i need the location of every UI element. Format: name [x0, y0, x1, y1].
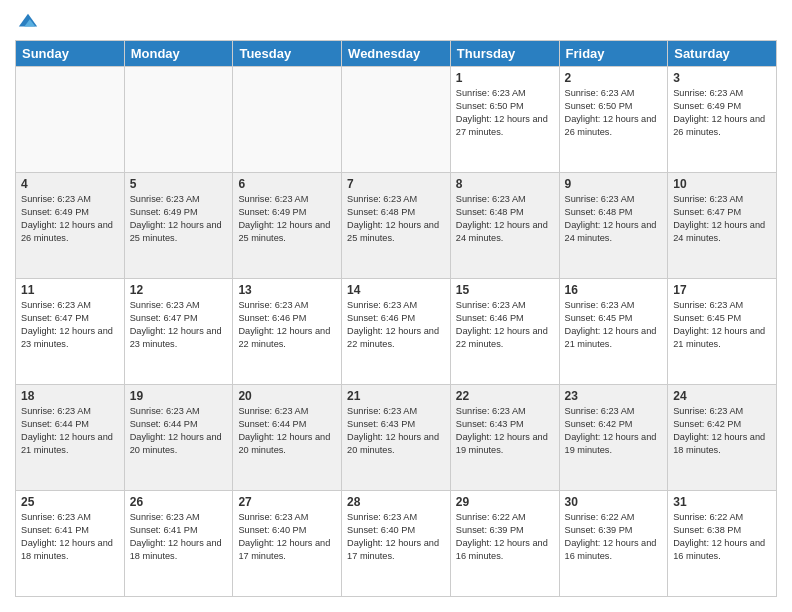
day-number: 18: [21, 389, 119, 403]
day-number: 11: [21, 283, 119, 297]
calendar-cell: 13Sunrise: 6:23 AM Sunset: 6:46 PM Dayli…: [233, 279, 342, 385]
calendar-cell: [233, 67, 342, 173]
day-number: 27: [238, 495, 336, 509]
day-number: 16: [565, 283, 663, 297]
calendar-cell: 14Sunrise: 6:23 AM Sunset: 6:46 PM Dayli…: [342, 279, 451, 385]
week-row-3: 18Sunrise: 6:23 AM Sunset: 6:44 PM Dayli…: [16, 385, 777, 491]
calendar-cell: 6Sunrise: 6:23 AM Sunset: 6:49 PM Daylig…: [233, 173, 342, 279]
day-info: Sunrise: 6:23 AM Sunset: 6:42 PM Dayligh…: [565, 405, 663, 457]
page: SundayMondayTuesdayWednesdayThursdayFrid…: [0, 0, 792, 612]
day-info: Sunrise: 6:23 AM Sunset: 6:40 PM Dayligh…: [238, 511, 336, 563]
header: [15, 10, 777, 32]
week-row-2: 11Sunrise: 6:23 AM Sunset: 6:47 PM Dayli…: [16, 279, 777, 385]
calendar-cell: 21Sunrise: 6:23 AM Sunset: 6:43 PM Dayli…: [342, 385, 451, 491]
day-info: Sunrise: 6:23 AM Sunset: 6:44 PM Dayligh…: [130, 405, 228, 457]
day-info: Sunrise: 6:23 AM Sunset: 6:43 PM Dayligh…: [456, 405, 554, 457]
day-info: Sunrise: 6:23 AM Sunset: 6:49 PM Dayligh…: [130, 193, 228, 245]
calendar-cell: 4Sunrise: 6:23 AM Sunset: 6:49 PM Daylig…: [16, 173, 125, 279]
day-info: Sunrise: 6:23 AM Sunset: 6:50 PM Dayligh…: [565, 87, 663, 139]
calendar-cell: 28Sunrise: 6:23 AM Sunset: 6:40 PM Dayli…: [342, 491, 451, 597]
day-info: Sunrise: 6:22 AM Sunset: 6:38 PM Dayligh…: [673, 511, 771, 563]
weekday-header-thursday: Thursday: [450, 41, 559, 67]
day-info: Sunrise: 6:23 AM Sunset: 6:44 PM Dayligh…: [21, 405, 119, 457]
day-info: Sunrise: 6:23 AM Sunset: 6:47 PM Dayligh…: [130, 299, 228, 351]
calendar-cell: 26Sunrise: 6:23 AM Sunset: 6:41 PM Dayli…: [124, 491, 233, 597]
day-info: Sunrise: 6:23 AM Sunset: 6:44 PM Dayligh…: [238, 405, 336, 457]
day-number: 14: [347, 283, 445, 297]
weekday-header-tuesday: Tuesday: [233, 41, 342, 67]
day-number: 26: [130, 495, 228, 509]
weekday-header-wednesday: Wednesday: [342, 41, 451, 67]
calendar-cell: 25Sunrise: 6:23 AM Sunset: 6:41 PM Dayli…: [16, 491, 125, 597]
day-number: 3: [673, 71, 771, 85]
weekday-header-row: SundayMondayTuesdayWednesdayThursdayFrid…: [16, 41, 777, 67]
day-info: Sunrise: 6:23 AM Sunset: 6:48 PM Dayligh…: [456, 193, 554, 245]
calendar-cell: 30Sunrise: 6:22 AM Sunset: 6:39 PM Dayli…: [559, 491, 668, 597]
day-number: 10: [673, 177, 771, 191]
day-info: Sunrise: 6:23 AM Sunset: 6:47 PM Dayligh…: [21, 299, 119, 351]
logo: [15, 10, 39, 32]
day-info: Sunrise: 6:23 AM Sunset: 6:45 PM Dayligh…: [565, 299, 663, 351]
calendar-table: SundayMondayTuesdayWednesdayThursdayFrid…: [15, 40, 777, 597]
weekday-header-sunday: Sunday: [16, 41, 125, 67]
calendar-cell: 12Sunrise: 6:23 AM Sunset: 6:47 PM Dayli…: [124, 279, 233, 385]
day-number: 25: [21, 495, 119, 509]
calendar-cell: 3Sunrise: 6:23 AM Sunset: 6:49 PM Daylig…: [668, 67, 777, 173]
day-number: 13: [238, 283, 336, 297]
weekday-header-monday: Monday: [124, 41, 233, 67]
calendar-cell: 8Sunrise: 6:23 AM Sunset: 6:48 PM Daylig…: [450, 173, 559, 279]
day-number: 20: [238, 389, 336, 403]
calendar-cell: 20Sunrise: 6:23 AM Sunset: 6:44 PM Dayli…: [233, 385, 342, 491]
day-number: 9: [565, 177, 663, 191]
calendar-cell: [16, 67, 125, 173]
calendar-cell: 19Sunrise: 6:23 AM Sunset: 6:44 PM Dayli…: [124, 385, 233, 491]
day-info: Sunrise: 6:23 AM Sunset: 6:46 PM Dayligh…: [456, 299, 554, 351]
calendar-cell: 31Sunrise: 6:22 AM Sunset: 6:38 PM Dayli…: [668, 491, 777, 597]
day-number: 4: [21, 177, 119, 191]
day-info: Sunrise: 6:23 AM Sunset: 6:43 PM Dayligh…: [347, 405, 445, 457]
day-number: 19: [130, 389, 228, 403]
calendar-cell: [124, 67, 233, 173]
day-number: 1: [456, 71, 554, 85]
day-number: 28: [347, 495, 445, 509]
calendar-cell: 15Sunrise: 6:23 AM Sunset: 6:46 PM Dayli…: [450, 279, 559, 385]
day-number: 7: [347, 177, 445, 191]
calendar-cell: 16Sunrise: 6:23 AM Sunset: 6:45 PM Dayli…: [559, 279, 668, 385]
day-info: Sunrise: 6:23 AM Sunset: 6:47 PM Dayligh…: [673, 193, 771, 245]
day-info: Sunrise: 6:23 AM Sunset: 6:46 PM Dayligh…: [347, 299, 445, 351]
day-info: Sunrise: 6:23 AM Sunset: 6:49 PM Dayligh…: [21, 193, 119, 245]
day-number: 2: [565, 71, 663, 85]
day-info: Sunrise: 6:23 AM Sunset: 6:49 PM Dayligh…: [238, 193, 336, 245]
weekday-header-friday: Friday: [559, 41, 668, 67]
day-info: Sunrise: 6:23 AM Sunset: 6:42 PM Dayligh…: [673, 405, 771, 457]
day-info: Sunrise: 6:23 AM Sunset: 6:45 PM Dayligh…: [673, 299, 771, 351]
calendar-cell: [342, 67, 451, 173]
calendar-cell: 24Sunrise: 6:23 AM Sunset: 6:42 PM Dayli…: [668, 385, 777, 491]
day-info: Sunrise: 6:23 AM Sunset: 6:40 PM Dayligh…: [347, 511, 445, 563]
day-number: 21: [347, 389, 445, 403]
calendar-cell: 10Sunrise: 6:23 AM Sunset: 6:47 PM Dayli…: [668, 173, 777, 279]
calendar-cell: 9Sunrise: 6:23 AM Sunset: 6:48 PM Daylig…: [559, 173, 668, 279]
day-info: Sunrise: 6:23 AM Sunset: 6:48 PM Dayligh…: [565, 193, 663, 245]
day-number: 5: [130, 177, 228, 191]
calendar-cell: 27Sunrise: 6:23 AM Sunset: 6:40 PM Dayli…: [233, 491, 342, 597]
day-number: 31: [673, 495, 771, 509]
day-info: Sunrise: 6:23 AM Sunset: 6:48 PM Dayligh…: [347, 193, 445, 245]
calendar-cell: 2Sunrise: 6:23 AM Sunset: 6:50 PM Daylig…: [559, 67, 668, 173]
calendar-cell: 7Sunrise: 6:23 AM Sunset: 6:48 PM Daylig…: [342, 173, 451, 279]
calendar-cell: 11Sunrise: 6:23 AM Sunset: 6:47 PM Dayli…: [16, 279, 125, 385]
day-number: 15: [456, 283, 554, 297]
calendar-cell: 29Sunrise: 6:22 AM Sunset: 6:39 PM Dayli…: [450, 491, 559, 597]
day-info: Sunrise: 6:23 AM Sunset: 6:41 PM Dayligh…: [130, 511, 228, 563]
day-number: 24: [673, 389, 771, 403]
logo-icon: [17, 10, 39, 32]
calendar-cell: 22Sunrise: 6:23 AM Sunset: 6:43 PM Dayli…: [450, 385, 559, 491]
week-row-4: 25Sunrise: 6:23 AM Sunset: 6:41 PM Dayli…: [16, 491, 777, 597]
calendar-cell: 1Sunrise: 6:23 AM Sunset: 6:50 PM Daylig…: [450, 67, 559, 173]
day-info: Sunrise: 6:23 AM Sunset: 6:46 PM Dayligh…: [238, 299, 336, 351]
day-number: 17: [673, 283, 771, 297]
day-number: 8: [456, 177, 554, 191]
day-number: 30: [565, 495, 663, 509]
calendar-cell: 17Sunrise: 6:23 AM Sunset: 6:45 PM Dayli…: [668, 279, 777, 385]
calendar-cell: 5Sunrise: 6:23 AM Sunset: 6:49 PM Daylig…: [124, 173, 233, 279]
